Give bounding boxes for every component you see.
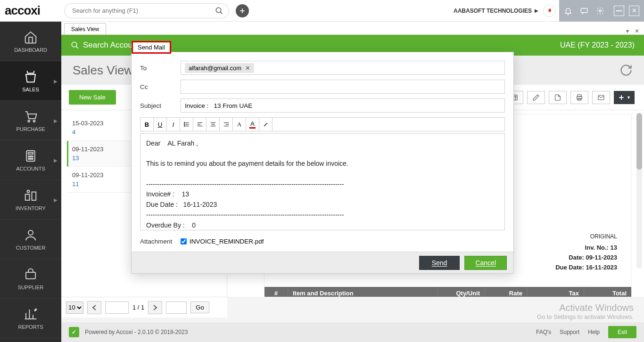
remove-chip-icon[interactable]: ✕ <box>245 65 250 72</box>
scrollbar-thumb[interactable] <box>636 113 642 170</box>
page-input[interactable] <box>105 301 129 314</box>
toolbar-edit-icon[interactable] <box>527 91 545 104</box>
attachment-label: Attachment <box>140 238 181 245</box>
highlight-button[interactable] <box>259 118 272 131</box>
tab-dropdown-icon[interactable]: ▾ <box>626 28 629 34</box>
recipient-email: alfarah@gmail.com <box>189 65 241 72</box>
goto-page-input[interactable] <box>166 301 187 314</box>
align-right-button[interactable] <box>220 118 233 131</box>
font-color-button[interactable]: A <box>246 118 259 131</box>
toolbar-add-menu[interactable]: ▼ <box>614 91 635 104</box>
svg-rect-30 <box>578 98 581 100</box>
hot-icon[interactable] <box>543 5 555 17</box>
underline-button[interactable]: U <box>154 118 167 131</box>
tab-sales-view[interactable]: Sales View <box>64 23 106 34</box>
search-icon[interactable] <box>215 7 223 15</box>
exit-button[interactable]: Exit <box>608 326 636 338</box>
chevron-right-icon: ▶ <box>54 197 58 202</box>
recipient-chip: alfarah@gmail.com ✕ <box>185 63 254 73</box>
email-body-editor[interactable]: Dear AL Farah , This is to remind you ab… <box>140 133 505 230</box>
minimize-button[interactable] <box>614 6 624 16</box>
svg-point-0 <box>216 8 221 13</box>
search-input[interactable] <box>64 3 229 18</box>
font-button[interactable]: A <box>233 118 246 131</box>
help-link[interactable]: Help <box>588 329 600 335</box>
bold-button[interactable]: B <box>140 118 154 131</box>
nav-accounts[interactable]: ACCOUNTS ▶ <box>0 140 61 180</box>
align-center-button[interactable] <box>206 118 220 131</box>
to-field[interactable]: alfarah@gmail.com ✕ <box>181 61 505 75</box>
editor-toolbar: B U I A A <box>140 117 505 131</box>
faq-link[interactable]: FAQ's <box>536 329 551 335</box>
cc-field[interactable] <box>181 80 505 94</box>
footer-logo-icon: ✓ <box>69 327 79 337</box>
top-bar: accoxi AABASOFT TECHNOLOGIES ▶ ✕ <box>0 0 644 22</box>
align-left-button[interactable] <box>193 118 206 131</box>
col-total: Total <box>584 287 631 297</box>
svg-point-19 <box>27 190 30 192</box>
attachment-checkbox[interactable] <box>181 238 187 244</box>
svg-rect-6 <box>616 10 622 11</box>
svg-point-11 <box>28 156 30 157</box>
page-title: Sales View <box>73 63 133 78</box>
page-total: 1 / 1 <box>132 304 144 311</box>
svg-point-5 <box>599 9 602 12</box>
support-link[interactable]: Support <box>560 329 579 335</box>
new-sale-button[interactable]: New Sale <box>69 90 116 105</box>
chat-icon[interactable] <box>580 7 588 15</box>
system-icons <box>559 0 609 22</box>
nav-purchase[interactable]: PURCHASE ▶ <box>0 101 61 140</box>
toolbar-pdf-icon[interactable] <box>549 91 567 104</box>
scrollbar[interactable] <box>636 113 642 269</box>
invoice-due-label: Due Date: <box>555 264 584 271</box>
nav-inventory[interactable]: INVENTORY ▶ <box>0 180 61 220</box>
page-size-select[interactable]: 10 <box>66 301 83 314</box>
window-controls: ✕ <box>609 0 644 22</box>
company-caret-icon[interactable]: ▶ <box>535 8 538 13</box>
col-idx: # <box>264 287 288 297</box>
gear-icon[interactable] <box>596 7 604 15</box>
invoice-no-label: Inv. No.: <box>585 244 609 251</box>
svg-point-22 <box>72 42 77 47</box>
nav-supplier[interactable]: SUPPLIER <box>0 259 61 299</box>
nav-reports[interactable]: REPORTS <box>0 299 61 338</box>
col-qty: Qty/Unit <box>438 287 485 297</box>
prev-page-button[interactable] <box>87 301 101 314</box>
nav-dashboard[interactable]: DASHBOARD <box>0 22 61 61</box>
svg-point-39 <box>184 126 185 127</box>
svg-point-38 <box>184 124 185 125</box>
search-icon <box>71 41 79 49</box>
chevron-right-icon: ▶ <box>54 78 58 83</box>
close-button[interactable]: ✕ <box>629 6 639 16</box>
tab-close-icon[interactable]: ✕ <box>635 28 639 34</box>
add-button[interactable] <box>236 4 249 17</box>
svg-line-1 <box>221 12 223 14</box>
col-tax: Tax <box>528 287 584 297</box>
svg-point-7 <box>28 120 30 122</box>
go-button[interactable]: Go <box>190 301 209 313</box>
svg-rect-21 <box>26 272 35 279</box>
nav-customer[interactable]: CUSTOMER <box>0 220 61 259</box>
refresh-icon[interactable] <box>619 64 633 77</box>
svg-point-16 <box>32 158 33 160</box>
svg-rect-10 <box>28 152 33 154</box>
svg-point-13 <box>32 156 33 157</box>
cc-label: Cc <box>140 83 181 90</box>
italic-button[interactable]: I <box>167 118 180 131</box>
company-name[interactable]: AABASOFT TECHNOLOGIES <box>454 8 532 14</box>
send-button[interactable]: Send <box>419 256 460 270</box>
invoice-original: ORIGINAL <box>555 232 617 241</box>
list-button[interactable] <box>180 118 193 131</box>
next-page-button[interactable] <box>148 301 162 314</box>
nav-label: PURCHASE <box>16 126 45 132</box>
cancel-button[interactable]: Cancel <box>464 256 507 270</box>
bell-icon[interactable] <box>564 7 572 15</box>
toolbar-print-icon[interactable] <box>570 91 588 104</box>
svg-point-8 <box>33 120 35 122</box>
nav-label: CUSTOMER <box>16 245 46 251</box>
nav-sales[interactable]: SALES ▶ <box>0 61 61 101</box>
pager: 10 1 / 1 Go <box>61 297 227 318</box>
subject-field[interactable] <box>181 98 505 113</box>
svg-point-14 <box>28 158 30 160</box>
toolbar-mail-icon[interactable] <box>592 91 610 104</box>
